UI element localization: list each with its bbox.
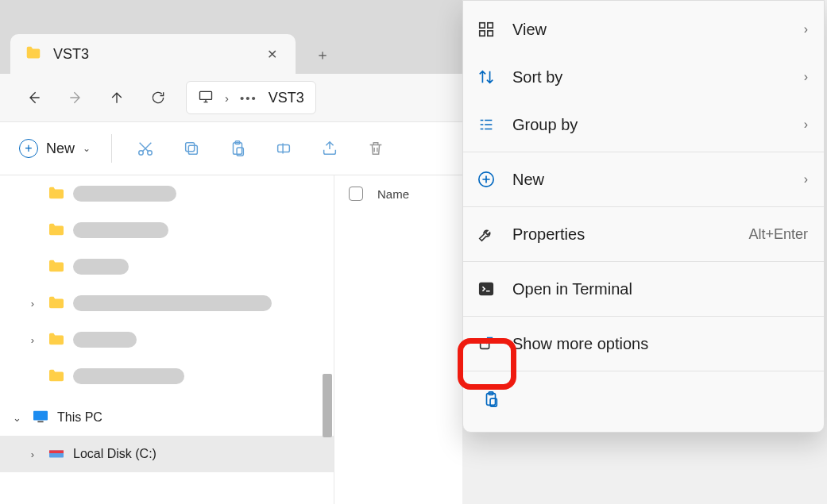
- wrench-icon: [476, 225, 497, 243]
- svg-rect-9: [33, 410, 48, 420]
- nav-tree[interactable]: › › ⌄ This PC › Local Disk (C:): [0, 175, 334, 504]
- menu-group[interactable]: Group by ›: [463, 101, 824, 148]
- folder-icon: [48, 186, 65, 202]
- file-list[interactable]: Name: [334, 175, 462, 504]
- tree-item[interactable]: [0, 212, 334, 248]
- tab-active[interactable]: VST3 ✕: [10, 34, 296, 74]
- separator: [463, 261, 824, 262]
- folder-icon: [48, 259, 65, 275]
- back-button[interactable]: [14, 82, 54, 113]
- svg-rect-8: [278, 144, 290, 152]
- folder-icon: [48, 222, 65, 239]
- monitor-icon: [198, 89, 214, 107]
- chevron-right-icon[interactable]: ›: [24, 334, 41, 346]
- scrollbar-thumb[interactable]: [323, 374, 332, 437]
- redacted-label: [73, 186, 176, 202]
- folder-icon: [48, 332, 65, 348]
- new-tab-button[interactable]: ＋: [310, 42, 335, 67]
- sort-icon: [476, 68, 497, 86]
- menu-more[interactable]: Show more options: [463, 320, 824, 367]
- close-icon[interactable]: ✕: [262, 44, 281, 63]
- separator: [463, 206, 824, 207]
- tree-item[interactable]: ›: [0, 321, 334, 358]
- new-button[interactable]: + New ⌄: [11, 134, 99, 163]
- svg-rect-10: [37, 421, 43, 422]
- menu-sort[interactable]: Sort by ›: [463, 53, 824, 101]
- select-all-checkbox[interactable]: [349, 187, 363, 201]
- view-icon: [476, 21, 497, 38]
- svg-rect-12: [49, 450, 64, 453]
- ellipsis-icon[interactable]: •••: [240, 91, 257, 105]
- redacted-label: [73, 368, 184, 384]
- tree-item-local-disk[interactable]: › Local Disk (C:): [0, 436, 334, 472]
- delete-button[interactable]: [355, 133, 396, 164]
- body: › › ⌄ This PC › Local Disk (C:) Name: [0, 175, 462, 504]
- column-name[interactable]: Name: [377, 187, 409, 201]
- svg-rect-14: [488, 23, 493, 28]
- menu-terminal[interactable]: Open in Terminal: [463, 265, 824, 313]
- svg-rect-3: [188, 145, 197, 154]
- share-button[interactable]: [309, 133, 350, 164]
- redacted-label: [73, 222, 168, 238]
- up-button[interactable]: [97, 82, 137, 113]
- folder-icon: [25, 44, 42, 64]
- drive-icon: [48, 446, 65, 463]
- chevron-right-icon: ›: [804, 172, 808, 187]
- chevron-right-icon: ›: [804, 70, 808, 84]
- tab-strip: VST3 ✕ ＋: [0, 0, 462, 74]
- tree-item[interactable]: [0, 358, 334, 394]
- separator: [111, 134, 112, 163]
- list-header[interactable]: Name: [349, 187, 462, 201]
- more-icon: [476, 335, 497, 352]
- paste-button[interactable]: [474, 383, 508, 416]
- breadcrumb-segment[interactable]: VST3: [269, 90, 304, 106]
- svg-rect-18: [480, 283, 493, 295]
- command-bar: + New ⌄: [0, 121, 462, 175]
- svg-rect-0: [200, 91, 212, 99]
- tree-label: Local Disk (C:): [73, 447, 157, 461]
- chevron-right-icon: ›: [804, 22, 808, 37]
- folder-icon: [48, 368, 65, 385]
- separator: [463, 152, 824, 152]
- cut-button[interactable]: [125, 133, 166, 164]
- redacted-label: [73, 259, 129, 275]
- separator: [463, 316, 824, 317]
- menu-view[interactable]: View ›: [463, 6, 824, 53]
- monitor-icon: [32, 410, 49, 426]
- tree-item[interactable]: [0, 248, 334, 285]
- menu-new[interactable]: New ›: [463, 156, 824, 203]
- svg-rect-15: [480, 31, 485, 36]
- separator: [463, 371, 824, 371]
- svg-rect-16: [488, 31, 493, 36]
- svg-rect-4: [186, 143, 195, 152]
- menu-properties[interactable]: Properties Alt+Enter: [463, 210, 824, 258]
- folder-icon: [48, 295, 65, 312]
- chevron-right-icon[interactable]: ›: [24, 298, 41, 310]
- plus-icon: [476, 171, 497, 188]
- tree-label: This PC: [57, 410, 102, 425]
- refresh-button[interactable]: [138, 82, 178, 113]
- tree-item[interactable]: [0, 175, 334, 212]
- svg-rect-13: [480, 23, 485, 28]
- tab-title: VST3: [53, 46, 251, 63]
- forward-button[interactable]: [56, 82, 95, 113]
- paste-button[interactable]: [217, 133, 258, 164]
- copy-button[interactable]: [171, 133, 212, 164]
- shortcut: Alt+Enter: [748, 226, 808, 243]
- chevron-down-icon: ⌄: [83, 143, 91, 154]
- terminal-icon: [476, 280, 497, 298]
- context-menu-actions: [463, 375, 824, 427]
- breadcrumb[interactable]: › ••• VST3: [186, 81, 316, 114]
- redacted-label: [73, 332, 137, 348]
- address-bar: › ••• VST3: [0, 74, 462, 121]
- chevron-down-icon[interactable]: ⌄: [8, 412, 25, 424]
- chevron-right-icon[interactable]: ›: [24, 448, 41, 460]
- tree-item[interactable]: ›: [0, 285, 334, 321]
- tree-item-this-pc[interactable]: ⌄ This PC: [0, 399, 334, 436]
- rename-button[interactable]: [263, 133, 304, 164]
- chevron-right-icon: ›: [225, 91, 229, 105]
- plus-icon: +: [19, 139, 38, 158]
- redacted-label: [73, 295, 272, 311]
- group-icon: [476, 116, 497, 133]
- chevron-right-icon: ›: [804, 117, 808, 132]
